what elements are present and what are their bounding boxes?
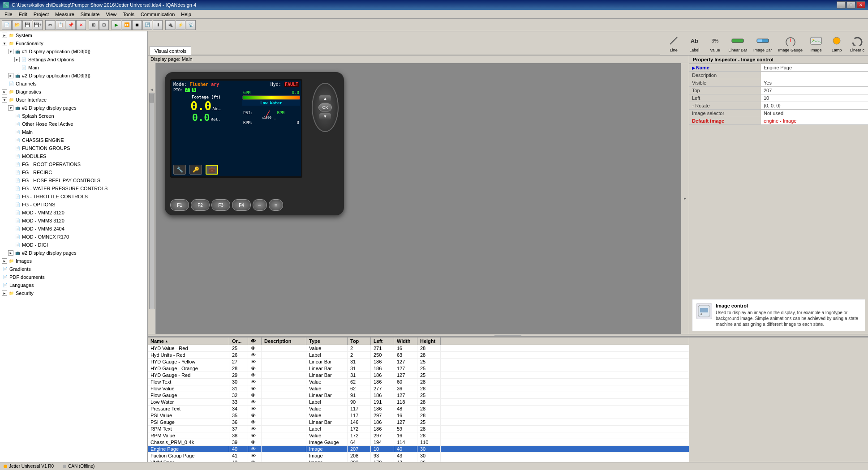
tb-step[interactable]: ⏩ (122, 20, 132, 30)
menu-measure[interactable]: Measure (52, 11, 77, 18)
tree-item-user-interface[interactable]: ▼ 📁 User Interface (0, 96, 147, 104)
tool-image-bar[interactable]: Image Bar (752, 34, 774, 53)
tree-item-splash[interactable]: 📄 Splash Screen (0, 112, 147, 120)
table-row[interactable]: PSI Value35👁Value1172971628 (148, 412, 689, 419)
close-button[interactable]: ✕ (856, 1, 865, 9)
f1-button[interactable]: F1 (170, 199, 189, 211)
toggle-ui[interactable]: ▼ (2, 97, 7, 103)
tree-item-mod-vmm2[interactable]: 📄 MOD - VMM2 3120 (0, 209, 147, 217)
table-row[interactable]: Engine Page40👁Image207104030 (148, 446, 689, 453)
tb-open[interactable]: 📂 (12, 20, 22, 30)
toggle-display1[interactable]: ▼ (8, 49, 13, 54)
tree-item-channels[interactable]: 📄 Channels (0, 80, 147, 88)
tree-item-functionality[interactable]: ▼ 📁 Functionality (0, 39, 147, 47)
menu-button[interactable]: ≡ (269, 199, 283, 211)
tool-line[interactable]: Line (665, 34, 683, 53)
tb-cut[interactable]: ✂ (45, 20, 55, 30)
tree-item-languages[interactable]: 📄 Languages (0, 281, 147, 289)
back-button[interactable]: ← (253, 199, 267, 211)
table-row[interactable]: RPM Value38👁Value1722971628 (148, 432, 689, 439)
maximize-button[interactable]: □ (847, 1, 855, 9)
f4-button[interactable]: F4 (232, 199, 251, 211)
table-row[interactable]: Flow Gauge32👁Linear Bar9118612725 (148, 392, 689, 399)
tree-item-display-pages1[interactable]: ▼ 📺 #1 Display display pages (0, 104, 147, 112)
toggle-images[interactable]: ► (2, 258, 7, 264)
tb-save[interactable]: 💾 (22, 20, 32, 30)
tool-linear-c[interactable]: Linear c (848, 34, 866, 53)
table-row[interactable]: Chassis_PRM_0-4k39👁Image Gauge6419411411… (148, 439, 689, 446)
canvas-left-handle[interactable]: ◄ (150, 88, 154, 92)
tree-item-system[interactable]: ► 📁 System (0, 31, 147, 39)
col-desc[interactable]: Description (262, 338, 306, 345)
tree-item-mod-vmm6[interactable]: 📄 MOD - VMM6 2404 (0, 225, 147, 233)
tree-item-fg-recirc[interactable]: 📄 FG - RECIRC (0, 168, 147, 176)
table-row[interactable]: HYD Gauge - Orange28👁Linear Bar311861272… (148, 365, 689, 372)
f3-button[interactable]: F3 (211, 199, 230, 211)
tb-save-all[interactable]: 💾+ (33, 20, 43, 30)
toggle-display2[interactable]: ► (8, 73, 13, 78)
tree-item-main[interactable]: 📄 Main (0, 64, 147, 72)
tree-item-security[interactable]: ► 📁 Security (0, 289, 147, 297)
tree-item-function-groups[interactable]: 📄 FUNCTION GROUPS (0, 144, 147, 152)
tb-paste[interactable]: 📌 (66, 20, 76, 30)
tb-copy[interactable]: 📋 (56, 20, 65, 30)
f2-button[interactable]: F2 (191, 199, 210, 211)
table-row[interactable]: Flow Value31👁Value622773628 (148, 385, 689, 392)
toggle-functionality[interactable]: ▼ (2, 41, 7, 46)
prop-value-cell[interactable] (761, 72, 868, 79)
table-row[interactable]: PSI Gauge36👁Linear Bar14618612725 (148, 419, 689, 426)
tree-item-fg-throttle[interactable]: 📄 FG - THROTTLE CONTROLS (0, 192, 147, 201)
tb-stop[interactable]: ⏹ (132, 20, 142, 30)
prop-value-cell[interactable]: Yes (761, 79, 868, 87)
tool-value[interactable]: 3% Value (706, 34, 724, 53)
toggle-settings[interactable]: ► (14, 57, 20, 62)
minimize-button[interactable]: _ (837, 1, 846, 9)
tree-item-gradients[interactable]: 📄 Gradients (0, 265, 147, 273)
col-left[interactable]: Left (371, 338, 394, 345)
tree-item-mod-omnex[interactable]: 📄 MOD - OMNEX R170 (0, 233, 147, 241)
tb-group[interactable]: ⊟ (99, 20, 109, 30)
table-row[interactable]: RPM Text37👁Label1721865928 (148, 426, 689, 432)
tb-pause[interactable]: ⏸ (153, 20, 163, 30)
prop-value-cell[interactable]: 10 (761, 94, 868, 102)
menu-tools[interactable]: Tools (120, 11, 137, 18)
menu-communication[interactable]: Communication (138, 11, 177, 18)
col-type[interactable]: Type (306, 338, 348, 345)
tree-item-images[interactable]: ► 📁 Images (0, 257, 147, 265)
tree-item-mod-vmm3[interactable]: 📄 MOD - VMM3 3120 (0, 217, 147, 225)
nav-down-button[interactable]: ▼ (319, 113, 331, 120)
tool-linear-bar[interactable]: Linear Bar (726, 34, 749, 53)
tb-disconnect[interactable]: ⚡ (176, 20, 185, 30)
tree-item-diagnostics[interactable]: ► 📁 Diagnostics (0, 88, 147, 96)
tb-reset[interactable]: 🔄 (142, 20, 152, 30)
table-row[interactable]: HYD Gauge - Red29👁Linear Bar3118612725 (148, 372, 689, 379)
tree-item-fg-water[interactable]: 📄 FG - WATER PRESSURE CONTROLS (0, 184, 147, 192)
tree-item-pages2[interactable]: ► 📺 #2 Display display pages (0, 249, 147, 257)
toggle-pages1[interactable]: ▼ (8, 105, 13, 111)
tool-image[interactable]: Image (807, 34, 825, 53)
nav-ok-button[interactable]: OK (318, 103, 332, 111)
table-row[interactable]: Flow Text30👁Value621866028 (148, 379, 689, 385)
tree-item-chassis-engine[interactable]: 📄 CHASSIS ENGINE (0, 136, 147, 144)
menu-edit[interactable]: Edit (16, 11, 30, 18)
tb-run[interactable]: ▶ (112, 20, 121, 30)
col-top[interactable]: Top (348, 338, 371, 345)
prop-value-cell[interactable]: Engine Page (761, 64, 868, 72)
table-row[interactable]: HYD Gauge - Yellow27👁Linear Bar311861272… (148, 359, 689, 365)
table-row[interactable]: VMM Page42👁Image2021784336 (148, 459, 689, 462)
toggle-system[interactable]: ► (2, 33, 7, 38)
tool-label[interactable]: Ab Label (685, 34, 703, 53)
tree-item-fg-hose[interactable]: 📄 FG - HOSE REEL PAY CONTROLS (0, 176, 147, 184)
tree-item-pdf[interactable]: 📄 PDF documents (0, 273, 147, 281)
tree-item-main-page[interactable]: 📄 Main (0, 128, 147, 136)
col-name[interactable]: Name ▲ (148, 338, 229, 345)
tb-connect[interactable]: 🔌 (165, 20, 175, 30)
table-row[interactable]: Low Water33👁Label9019111828 (148, 399, 689, 406)
tb-new[interactable]: 📄 (2, 20, 12, 30)
col-vis[interactable]: 👁 (248, 338, 262, 345)
tree-item-fg-root[interactable]: 📄 FG - ROOT OPERATIONS (0, 160, 147, 168)
tb-delete[interactable]: ✕ (76, 20, 86, 30)
toggle-diagnostics[interactable]: ► (2, 89, 7, 94)
nav-up-button[interactable]: ▲ (319, 95, 331, 102)
tool-lamp[interactable]: Lamp (828, 34, 846, 53)
